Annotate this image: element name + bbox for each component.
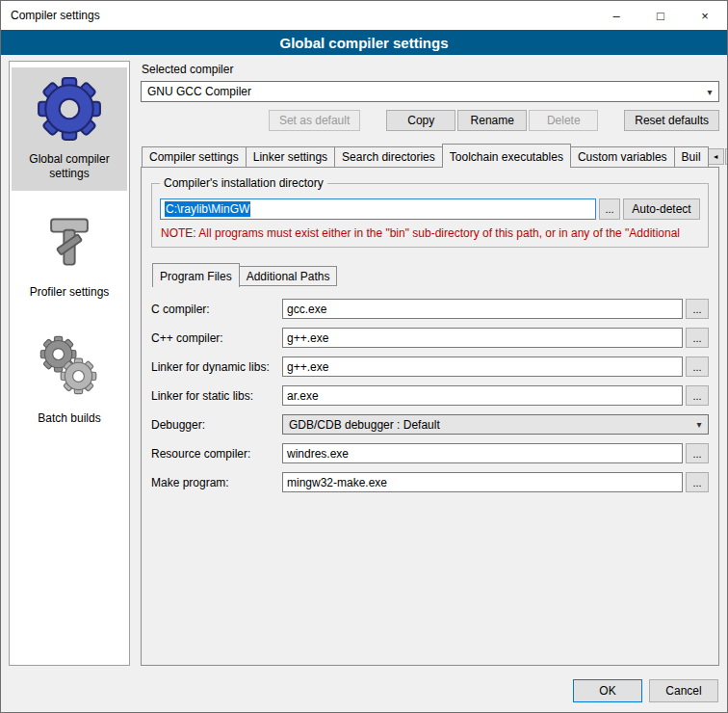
- tab-scroll-left-icon[interactable]: ◄: [708, 148, 724, 165]
- toolchain-panel: Compiler's installation directory C:\ray…: [141, 167, 719, 666]
- subtab-additional-paths[interactable]: Additional Paths: [239, 266, 338, 286]
- sidebar-item-label: Batch builds: [13, 411, 125, 426]
- banner-title: Global compiler settings: [1, 30, 727, 55]
- maximize-icon[interactable]: □: [638, 1, 683, 30]
- cpp-compiler-label: C++ compiler:: [151, 331, 282, 345]
- c-compiler-input[interactable]: gcc.exe: [282, 299, 683, 319]
- footer: OK Cancel: [1, 670, 727, 712]
- dropdown-arrow-icon: ▾: [690, 419, 708, 430]
- gray-tools-icon: [37, 210, 102, 276]
- linker-for-dynamic-libs-label: Linker for dynamic libs:: [151, 360, 282, 374]
- sidebar-item-label: Global compiler settings: [13, 152, 125, 181]
- install-dir-groupbox: Compiler's installation directory C:\ray…: [151, 183, 709, 248]
- linker-for-static-libs-input[interactable]: ar.exe: [282, 385, 683, 406]
- resource-compiler-browse-button[interactable]: ...: [686, 443, 709, 463]
- blue-gear-icon: [36, 75, 103, 143]
- debugger-label: Debugger:: [151, 418, 282, 432]
- cpp-compiler-input[interactable]: g++.exe: [282, 328, 683, 348]
- make-program-input[interactable]: mingw32-make.exe: [282, 472, 683, 492]
- reset-defaults-button[interactable]: Reset defaults: [624, 110, 719, 131]
- cpp-compiler-browse-button[interactable]: ...: [686, 328, 709, 348]
- titlebar: Compiler settings – □ ×: [1, 1, 727, 30]
- tab-custom-variables[interactable]: Custom variables: [570, 146, 675, 167]
- set-as-default-button: Set as default: [269, 110, 360, 131]
- select-value: GDB/CDB debugger : Default: [289, 418, 440, 432]
- cancel-button[interactable]: Cancel: [649, 679, 718, 702]
- make-program-label: Make program:: [151, 476, 282, 489]
- sidebar-item-profiler-settings[interactable]: Profiler settings: [12, 202, 127, 309]
- form-row: Resource compiler:windres.exe...: [151, 443, 709, 463]
- tab-scroll-arrows: ◄ ►: [708, 148, 728, 167]
- subtab-program-files[interactable]: Program Files: [152, 263, 240, 287]
- compiler-select-value: GNU GCC Compiler: [147, 85, 251, 98]
- dialog-body: Global compiler settings Profiler settin…: [1, 55, 727, 670]
- tab-toolchain-executables[interactable]: Toolchain executables: [442, 144, 571, 168]
- form-row: C compiler:gcc.exe...: [151, 299, 709, 319]
- copy-button[interactable]: Copy: [386, 110, 455, 131]
- minimize-icon[interactable]: –: [594, 1, 638, 30]
- install-dir-input[interactable]: C:\raylib\MinGW: [160, 198, 596, 220]
- autodetect-button[interactable]: Auto-detect: [623, 198, 700, 220]
- compiler-select[interactable]: GNU GCC Compiler ▾: [141, 81, 719, 102]
- delete-button: Delete: [529, 110, 598, 131]
- install-dir-row: C:\raylib\MinGW ... Auto-detect: [160, 198, 700, 220]
- tab-search-directories[interactable]: Search directories: [334, 146, 443, 167]
- program-files-form: C compiler:gcc.exe...C++ compiler:g++.ex…: [151, 299, 709, 501]
- c-compiler-label: C compiler:: [151, 303, 282, 316]
- tab-compiler-settings[interactable]: Compiler settings: [142, 146, 247, 167]
- main-tabstrip: Compiler settingsLinker settingsSearch d…: [141, 144, 719, 167]
- linker-for-static-libs-label: Linker for static libs:: [151, 389, 282, 403]
- close-icon[interactable]: ×: [683, 1, 727, 30]
- linker-for-dynamic-libs-browse-button[interactable]: ...: [686, 356, 709, 377]
- selected-compiler-label: Selected compiler: [142, 63, 719, 76]
- form-row: Make program:mingw32-make.exe...: [151, 472, 709, 492]
- debugger-select[interactable]: GDB/CDB debugger : Default▾: [282, 414, 709, 435]
- sidebar: Global compiler settings Profiler settin…: [9, 61, 130, 666]
- form-row: Linker for dynamic libs:g++.exe...: [151, 356, 709, 377]
- install-dir-group-label: Compiler's installation directory: [160, 176, 327, 190]
- resource-compiler-label: Resource compiler:: [151, 447, 282, 461]
- main-area: Selected compiler GNU GCC Compiler ▾ Set…: [141, 61, 719, 666]
- window-title: Compiler settings: [1, 1, 594, 30]
- tab-linker-settings[interactable]: Linker settings: [246, 146, 335, 167]
- sidebar-item-global-compiler-settings[interactable]: Global compiler settings: [12, 67, 127, 191]
- install-dir-browse-button[interactable]: ...: [599, 198, 620, 220]
- install-dir-value: C:\raylib\MinGW: [165, 201, 250, 217]
- form-row: Linker for static libs:ar.exe...: [151, 385, 709, 406]
- linker-for-dynamic-libs-input[interactable]: g++.exe: [282, 356, 683, 377]
- sidebar-item-label: Profiler settings: [13, 285, 125, 300]
- compiler-settings-window: Compiler settings – □ × Global compiler …: [0, 0, 728, 713]
- form-row: C++ compiler:g++.exe...: [151, 328, 709, 348]
- c-compiler-browse-button[interactable]: ...: [686, 299, 709, 319]
- tab-buil[interactable]: Buil: [674, 146, 709, 167]
- ok-button[interactable]: OK: [573, 679, 642, 702]
- sidebar-item-batch-builds[interactable]: Batch builds: [12, 321, 127, 436]
- make-program-browse-button[interactable]: ...: [686, 472, 709, 492]
- rename-button[interactable]: Rename: [457, 110, 527, 131]
- form-row: Debugger:GDB/CDB debugger : Default▾: [151, 414, 709, 435]
- dropdown-arrow-icon: ▾: [701, 87, 718, 97]
- compiler-actions: Set as defaultCopyRenameDeleteReset defa…: [141, 110, 719, 131]
- tab-scroll-right-icon[interactable]: ►: [725, 148, 728, 165]
- linker-for-static-libs-browse-button[interactable]: ...: [686, 385, 709, 406]
- resource-compiler-input[interactable]: windres.exe: [282, 443, 683, 463]
- gray-gear-stack-icon: [33, 329, 106, 402]
- subtabstrip: Program FilesAdditional Paths: [151, 263, 709, 286]
- install-dir-note: NOTE: All programs must exist either in …: [161, 226, 699, 240]
